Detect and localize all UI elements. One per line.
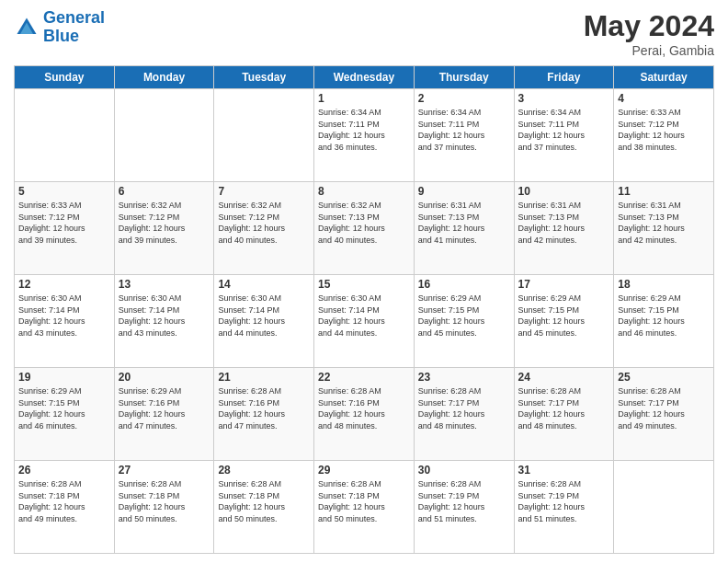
- day-info: Sunrise: 6:33 AM Sunset: 7:12 PM Dayligh…: [18, 200, 110, 246]
- day-number: 19: [18, 371, 110, 384]
- day-number: 1: [318, 92, 410, 105]
- day-number: 24: [518, 371, 610, 384]
- calendar-cell: 5Sunrise: 6:33 AM Sunset: 7:12 PM Daylig…: [15, 182, 115, 275]
- day-number: 5: [18, 185, 110, 198]
- day-number: 18: [618, 278, 710, 291]
- calendar-week-row: 12Sunrise: 6:30 AM Sunset: 7:14 PM Dayli…: [15, 275, 714, 368]
- calendar-cell: [214, 89, 314, 182]
- calendar-cell: 1Sunrise: 6:34 AM Sunset: 7:11 PM Daylig…: [314, 89, 415, 182]
- weekday-header-cell: Tuesday: [214, 66, 314, 89]
- day-number: 9: [418, 185, 510, 198]
- calendar-cell: 10Sunrise: 6:31 AM Sunset: 7:13 PM Dayli…: [514, 182, 614, 275]
- calendar-cell: 7Sunrise: 6:32 AM Sunset: 7:12 PM Daylig…: [214, 182, 314, 275]
- day-info: Sunrise: 6:28 AM Sunset: 7:18 PM Dayligh…: [119, 478, 210, 524]
- day-number: 7: [218, 185, 310, 198]
- day-number: 26: [18, 464, 110, 477]
- location: Perai, Gambia: [584, 43, 714, 58]
- day-info: Sunrise: 6:34 AM Sunset: 7:11 PM Dayligh…: [518, 107, 610, 153]
- day-number: 8: [318, 185, 410, 198]
- calendar-cell: 29Sunrise: 6:28 AM Sunset: 7:18 PM Dayli…: [314, 461, 415, 554]
- month-title: May 2024: [584, 9, 714, 43]
- weekday-header-cell: Sunday: [15, 66, 115, 89]
- calendar-cell: 23Sunrise: 6:28 AM Sunset: 7:17 PM Dayli…: [414, 368, 514, 461]
- day-number: 11: [618, 185, 710, 198]
- day-number: 4: [618, 92, 710, 105]
- day-number: 17: [518, 278, 610, 291]
- weekday-header-cell: Monday: [114, 66, 214, 89]
- calendar-cell: 9Sunrise: 6:31 AM Sunset: 7:13 PM Daylig…: [414, 182, 514, 275]
- calendar-cell: [614, 461, 714, 554]
- calendar-cell: 2Sunrise: 6:34 AM Sunset: 7:11 PM Daylig…: [414, 89, 514, 182]
- calendar-cell: 31Sunrise: 6:28 AM Sunset: 7:19 PM Dayli…: [514, 461, 614, 554]
- day-info: Sunrise: 6:28 AM Sunset: 7:17 PM Dayligh…: [518, 385, 610, 431]
- calendar-cell: 16Sunrise: 6:29 AM Sunset: 7:15 PM Dayli…: [414, 275, 514, 368]
- calendar-cell: 4Sunrise: 6:33 AM Sunset: 7:12 PM Daylig…: [614, 89, 714, 182]
- calendar-cell: 12Sunrise: 6:30 AM Sunset: 7:14 PM Dayli…: [15, 275, 115, 368]
- calendar-cell: 25Sunrise: 6:28 AM Sunset: 7:17 PM Dayli…: [614, 368, 714, 461]
- day-number: 20: [119, 371, 210, 384]
- calendar-cell: 21Sunrise: 6:28 AM Sunset: 7:16 PM Dayli…: [214, 368, 314, 461]
- header: General Blue May 2024 Perai, Gambia: [14, 9, 714, 58]
- logo-line2: Blue: [43, 27, 79, 45]
- day-number: 10: [518, 185, 610, 198]
- calendar-table: SundayMondayTuesdayWednesdayThursdayFrid…: [14, 65, 714, 554]
- calendar-cell: [114, 89, 214, 182]
- day-info: Sunrise: 6:33 AM Sunset: 7:12 PM Dayligh…: [618, 107, 710, 153]
- day-number: 25: [618, 371, 710, 384]
- calendar-cell: 24Sunrise: 6:28 AM Sunset: 7:17 PM Dayli…: [514, 368, 614, 461]
- calendar-cell: 8Sunrise: 6:32 AM Sunset: 7:13 PM Daylig…: [314, 182, 415, 275]
- day-info: Sunrise: 6:30 AM Sunset: 7:14 PM Dayligh…: [218, 293, 310, 339]
- calendar-cell: 13Sunrise: 6:30 AM Sunset: 7:14 PM Dayli…: [114, 275, 214, 368]
- day-info: Sunrise: 6:28 AM Sunset: 7:17 PM Dayligh…: [418, 385, 510, 431]
- calendar-cell: 22Sunrise: 6:28 AM Sunset: 7:16 PM Dayli…: [314, 368, 415, 461]
- page: General Blue May 2024 Perai, Gambia Sund…: [0, 0, 728, 563]
- calendar-body: 1Sunrise: 6:34 AM Sunset: 7:11 PM Daylig…: [15, 89, 714, 554]
- day-info: Sunrise: 6:29 AM Sunset: 7:15 PM Dayligh…: [618, 293, 710, 339]
- day-info: Sunrise: 6:29 AM Sunset: 7:15 PM Dayligh…: [518, 293, 610, 339]
- day-number: 23: [418, 371, 510, 384]
- logo-icon: [14, 15, 40, 40]
- day-info: Sunrise: 6:32 AM Sunset: 7:13 PM Dayligh…: [318, 200, 410, 246]
- calendar-cell: 15Sunrise: 6:30 AM Sunset: 7:14 PM Dayli…: [314, 275, 415, 368]
- calendar-cell: 18Sunrise: 6:29 AM Sunset: 7:15 PM Dayli…: [614, 275, 714, 368]
- day-number: 27: [119, 464, 210, 477]
- day-info: Sunrise: 6:28 AM Sunset: 7:18 PM Dayligh…: [218, 478, 310, 524]
- day-info: Sunrise: 6:29 AM Sunset: 7:15 PM Dayligh…: [418, 293, 510, 339]
- calendar-cell: 3Sunrise: 6:34 AM Sunset: 7:11 PM Daylig…: [514, 89, 614, 182]
- day-number: 3: [518, 92, 610, 105]
- day-info: Sunrise: 6:30 AM Sunset: 7:14 PM Dayligh…: [318, 293, 410, 339]
- calendar-cell: 20Sunrise: 6:29 AM Sunset: 7:16 PM Dayli…: [114, 368, 214, 461]
- day-info: Sunrise: 6:34 AM Sunset: 7:11 PM Dayligh…: [418, 107, 510, 153]
- logo-line1: General: [43, 8, 105, 27]
- day-info: Sunrise: 6:30 AM Sunset: 7:14 PM Dayligh…: [119, 293, 210, 339]
- weekday-header-cell: Thursday: [414, 66, 514, 89]
- day-info: Sunrise: 6:28 AM Sunset: 7:19 PM Dayligh…: [518, 478, 610, 524]
- day-number: 16: [418, 278, 510, 291]
- day-number: 12: [18, 278, 110, 291]
- weekday-header-cell: Saturday: [614, 66, 714, 89]
- calendar-cell: [15, 89, 115, 182]
- weekday-header-cell: Friday: [514, 66, 614, 89]
- day-number: 29: [318, 464, 410, 477]
- day-number: 6: [119, 185, 210, 198]
- calendar-cell: 28Sunrise: 6:28 AM Sunset: 7:18 PM Dayli…: [214, 461, 314, 554]
- day-info: Sunrise: 6:29 AM Sunset: 7:15 PM Dayligh…: [18, 385, 110, 431]
- logo-text: General Blue: [43, 9, 105, 46]
- day-number: 14: [218, 278, 310, 291]
- day-info: Sunrise: 6:28 AM Sunset: 7:16 PM Dayligh…: [218, 385, 310, 431]
- day-number: 30: [418, 464, 510, 477]
- calendar-week-row: 26Sunrise: 6:28 AM Sunset: 7:18 PM Dayli…: [15, 461, 714, 554]
- day-info: Sunrise: 6:28 AM Sunset: 7:19 PM Dayligh…: [418, 478, 510, 524]
- day-info: Sunrise: 6:31 AM Sunset: 7:13 PM Dayligh…: [618, 200, 710, 246]
- day-info: Sunrise: 6:28 AM Sunset: 7:18 PM Dayligh…: [318, 478, 410, 524]
- day-number: 31: [518, 464, 610, 477]
- weekday-header-row: SundayMondayTuesdayWednesdayThursdayFrid…: [15, 66, 714, 89]
- day-info: Sunrise: 6:32 AM Sunset: 7:12 PM Dayligh…: [119, 200, 210, 246]
- day-number: 2: [418, 92, 510, 105]
- weekday-header-cell: Wednesday: [314, 66, 415, 89]
- calendar-cell: 26Sunrise: 6:28 AM Sunset: 7:18 PM Dayli…: [15, 461, 115, 554]
- day-info: Sunrise: 6:31 AM Sunset: 7:13 PM Dayligh…: [418, 200, 510, 246]
- day-info: Sunrise: 6:32 AM Sunset: 7:12 PM Dayligh…: [218, 200, 310, 246]
- day-info: Sunrise: 6:29 AM Sunset: 7:16 PM Dayligh…: [119, 385, 210, 431]
- calendar-cell: 27Sunrise: 6:28 AM Sunset: 7:18 PM Dayli…: [114, 461, 214, 554]
